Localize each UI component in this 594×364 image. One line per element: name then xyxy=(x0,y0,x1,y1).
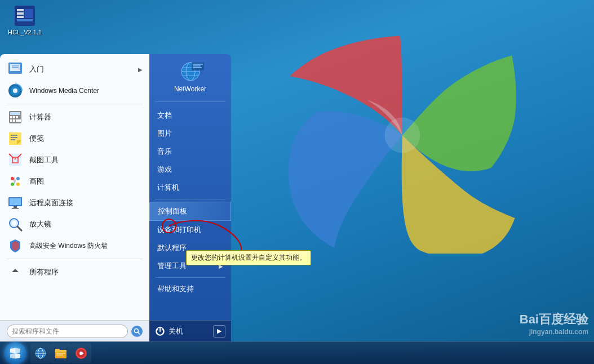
svg-rect-64 xyxy=(56,353,65,354)
svg-rect-52 xyxy=(193,67,202,68)
svg-rect-50 xyxy=(193,64,203,65)
svg-marker-41 xyxy=(12,269,19,272)
start-right-items-list: 文档 图片 音乐 游戏 计算机 xyxy=(149,104,231,320)
hcl-icon-label: HCL_V2.1.1 xyxy=(8,29,42,35)
menu-item-computer[interactable]: 计算机 xyxy=(149,179,231,197)
svg-rect-35 xyxy=(10,198,21,205)
menu-item-defaultprograms[interactable]: 默认程序 xyxy=(149,239,231,257)
svg-rect-63 xyxy=(55,349,60,351)
svg-rect-16 xyxy=(10,116,12,118)
hcl-icon xyxy=(14,5,36,27)
search-input[interactable] xyxy=(12,327,123,335)
menu-item-pictures[interactable]: 图片 xyxy=(149,125,231,143)
menu-item-documents[interactable]: 文档 xyxy=(149,106,231,125)
taskbar-ie-button[interactable] xyxy=(30,343,51,363)
shutdown-options-button[interactable]: ▶ xyxy=(213,325,225,338)
start-button[interactable] xyxy=(0,342,30,365)
networker-icon: NetWorker xyxy=(174,60,206,93)
calculator-icon xyxy=(7,109,24,126)
paint-icon xyxy=(7,173,24,190)
svg-point-33 xyxy=(16,183,20,186)
menu-item-wmc[interactable]: Windows Media Center xyxy=(0,80,149,101)
start-menu-items-list: 入门 ▶ Windows Media Center 计算器 xyxy=(0,54,149,320)
menu-item-music[interactable]: 音乐 xyxy=(149,143,231,161)
svg-rect-36 xyxy=(14,206,17,208)
svg-rect-23 xyxy=(11,135,17,136)
menu-item-rumen[interactable]: 入门 ▶ xyxy=(0,59,149,80)
svg-point-32 xyxy=(11,183,14,186)
svg-rect-19 xyxy=(10,119,12,122)
svg-rect-24 xyxy=(11,137,17,138)
rdp-icon xyxy=(7,194,24,211)
svg-rect-21 xyxy=(16,119,21,122)
rumen-icon xyxy=(7,61,24,78)
menu-item-calculator[interactable]: 计算器 xyxy=(0,106,149,128)
menu-item-controlpanel[interactable]: 控制面板 xyxy=(149,202,231,221)
desktop: HCL_V2.1.1 入门 ▶ Windows Me xyxy=(0,0,594,364)
menu-item-firewall[interactable]: 高级安全 Windows 防火墙 xyxy=(0,235,149,256)
windows-flag-logo xyxy=(284,17,521,254)
networker-graphic xyxy=(176,60,205,84)
svg-rect-20 xyxy=(13,119,15,122)
svg-point-40 xyxy=(12,221,16,225)
svg-rect-10 xyxy=(12,67,19,68)
svg-rect-17 xyxy=(13,116,15,118)
windows-logo-icon xyxy=(9,347,21,359)
menu-item-snipping[interactable]: 截图工具 xyxy=(0,149,149,171)
menu-item-magnifier[interactable]: 放大镜 xyxy=(0,214,149,235)
admintools-arrow-icon: ▶ xyxy=(219,263,223,269)
taskbar-mediaplayer-button[interactable] xyxy=(71,343,91,363)
ie-icon xyxy=(34,347,47,360)
arrow-icon: ▶ xyxy=(138,66,143,73)
svg-point-13 xyxy=(13,88,17,93)
svg-point-30 xyxy=(11,177,14,180)
menu-separator-2 xyxy=(7,259,143,259)
baidu-url: jingyan.baidu.com xyxy=(520,328,588,336)
explorer-icon xyxy=(54,347,68,360)
search-button[interactable] xyxy=(131,326,143,337)
menu-separator-1 xyxy=(7,104,143,104)
svg-rect-51 xyxy=(193,65,201,66)
svg-rect-6 xyxy=(25,9,33,18)
magnifier-icon xyxy=(7,216,24,233)
firewall-icon xyxy=(7,237,24,254)
svg-rect-5 xyxy=(17,19,33,21)
right-separator-top xyxy=(155,101,225,102)
svg-marker-54 xyxy=(234,254,245,261)
start-menu: 入门 ▶ Windows Media Center 计算器 xyxy=(0,54,231,341)
snipping-icon xyxy=(7,152,24,168)
baidu-watermark: Bai百度经验 jingyan.baidu.com xyxy=(520,311,588,336)
networker-top-area: NetWorker xyxy=(149,54,231,99)
desktop-icon-hcl[interactable]: HCL_V2.1.1 xyxy=(5,5,45,35)
wmc-icon xyxy=(7,82,24,99)
taskbar xyxy=(0,341,594,364)
menu-item-devices[interactable]: 设备和打印机 xyxy=(149,221,231,239)
svg-rect-37 xyxy=(12,208,19,209)
start-menu-search-area xyxy=(0,320,149,341)
svg-rect-4 xyxy=(17,16,24,18)
svg-rect-3 xyxy=(17,12,24,15)
svg-rect-2 xyxy=(17,9,24,11)
search-box[interactable] xyxy=(7,325,128,338)
menu-item-sticky[interactable]: 便笺 xyxy=(0,128,149,149)
start-orb[interactable] xyxy=(4,342,26,365)
start-menu-right-panel: NetWorker 文档 图片 音乐 游戏 xyxy=(149,54,231,341)
menu-item-all-programs[interactable]: 所有程序 xyxy=(0,261,149,283)
baidu-logo: Bai百度经验 xyxy=(520,311,588,328)
svg-rect-15 xyxy=(10,112,20,115)
right-separator-bottom xyxy=(155,277,225,278)
svg-rect-65 xyxy=(56,354,63,356)
right-separator-mid xyxy=(155,199,225,199)
svg-point-31 xyxy=(16,177,20,180)
menu-item-rdp[interactable]: 远程桌面连接 xyxy=(0,192,149,214)
menu-item-games[interactable]: 游戏 xyxy=(149,161,231,179)
svg-rect-18 xyxy=(16,116,18,118)
svg-line-39 xyxy=(17,227,21,230)
menu-item-paint[interactable]: 画图 xyxy=(0,171,149,192)
menu-item-helpandsupport[interactable]: 帮助和支持 xyxy=(149,280,231,298)
taskbar-explorer-button[interactable] xyxy=(51,343,71,363)
menu-item-admintools[interactable]: 管理工具 ▶ xyxy=(149,257,231,275)
shutdown-button[interactable]: 关机 xyxy=(155,326,183,336)
svg-rect-9 xyxy=(12,65,19,66)
media-player-icon xyxy=(74,347,88,360)
